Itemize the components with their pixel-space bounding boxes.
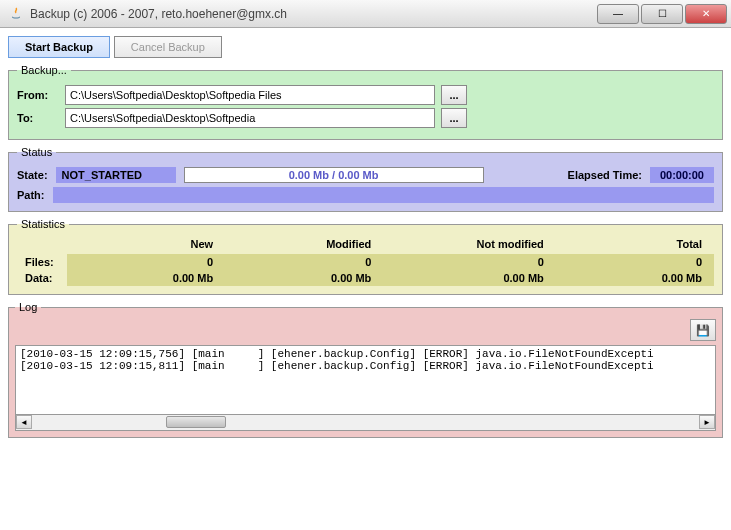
close-button[interactable]: ✕	[685, 4, 727, 24]
from-row: From: ...	[17, 85, 714, 105]
data-not-modified: 0.00 Mb	[383, 270, 555, 286]
cancel-backup-button[interactable]: Cancel Backup	[114, 36, 222, 58]
data-label: Data:	[17, 270, 67, 286]
from-input[interactable]	[65, 85, 435, 105]
titlebar: Backup (c) 2006 - 2007, reto.hoehener@gm…	[0, 0, 731, 28]
to-row: To: ...	[17, 108, 714, 128]
state-label: State:	[17, 169, 48, 181]
header-total: Total	[556, 236, 714, 254]
log-fieldset: Log 💾 [2010-03-15 12:09:15,756] [main ] …	[8, 301, 723, 438]
files-label: Files:	[17, 254, 67, 270]
statistics-fieldset: Statistics New Modified Not modified Tot…	[8, 218, 723, 295]
scroll-right-arrow[interactable]: ►	[699, 415, 715, 429]
header-new: New	[67, 236, 225, 254]
elapsed-label: Elapsed Time:	[568, 169, 642, 181]
elapsed-value: 00:00:00	[650, 167, 714, 183]
progress-text: 0.00 Mb / 0.00 Mb	[185, 169, 483, 181]
header-modified: Modified	[225, 236, 383, 254]
window-body: Start Backup Cancel Backup Backup... Fro…	[0, 28, 731, 530]
log-save-button[interactable]: 💾	[690, 319, 716, 341]
to-input[interactable]	[65, 108, 435, 128]
backup-fieldset: Backup... From: ... To: ...	[8, 64, 723, 140]
state-value: NOT_STARTED	[56, 167, 176, 183]
to-browse-button[interactable]: ...	[441, 108, 467, 128]
data-new: 0.00 Mb	[67, 270, 225, 286]
toolbar: Start Backup Cancel Backup	[8, 36, 723, 58]
files-new: 0	[67, 254, 225, 270]
minimize-button[interactable]: —	[597, 4, 639, 24]
log-textarea[interactable]: [2010-03-15 12:09:15,756] [main ] [ehene…	[15, 345, 716, 415]
data-total: 0.00 Mb	[556, 270, 714, 286]
window-controls: — ☐ ✕	[597, 4, 727, 24]
path-label: Path:	[17, 189, 45, 201]
stats-files-row: Files: 0 0 0 0	[17, 254, 714, 270]
progress-bar: 0.00 Mb / 0.00 Mb	[184, 167, 484, 183]
files-not-modified: 0	[383, 254, 555, 270]
from-browse-button[interactable]: ...	[441, 85, 467, 105]
status-legend: Status	[17, 146, 56, 158]
status-fieldset: Status State: NOT_STARTED 0.00 Mb / 0.00…	[8, 146, 723, 212]
data-modified: 0.00 Mb	[225, 270, 383, 286]
log-toolbar: 💾	[15, 319, 716, 341]
statistics-legend: Statistics	[17, 218, 69, 230]
log-legend: Log	[15, 301, 41, 313]
scroll-thumb[interactable]	[166, 416, 226, 428]
stats-data-row: Data: 0.00 Mb 0.00 Mb 0.00 Mb 0.00 Mb	[17, 270, 714, 286]
maximize-button[interactable]: ☐	[641, 4, 683, 24]
header-not-modified: Not modified	[383, 236, 555, 254]
scroll-left-arrow[interactable]: ◄	[16, 415, 32, 429]
status-row: State: NOT_STARTED 0.00 Mb / 0.00 Mb Ela…	[17, 167, 714, 183]
java-icon	[8, 6, 24, 22]
path-value	[53, 187, 715, 203]
log-horizontal-scrollbar[interactable]: ◄ ►	[15, 415, 716, 431]
path-row: Path:	[17, 187, 714, 203]
backup-legend: Backup...	[17, 64, 71, 76]
start-backup-button[interactable]: Start Backup	[8, 36, 110, 58]
window-title: Backup (c) 2006 - 2007, reto.hoehener@gm…	[30, 7, 597, 21]
files-modified: 0	[225, 254, 383, 270]
stats-header-row: New Modified Not modified Total	[17, 236, 714, 254]
from-label: From:	[17, 89, 59, 101]
statistics-table: New Modified Not modified Total Files: 0…	[17, 236, 714, 286]
files-total: 0	[556, 254, 714, 270]
to-label: To:	[17, 112, 59, 124]
save-icon: 💾	[696, 324, 710, 337]
